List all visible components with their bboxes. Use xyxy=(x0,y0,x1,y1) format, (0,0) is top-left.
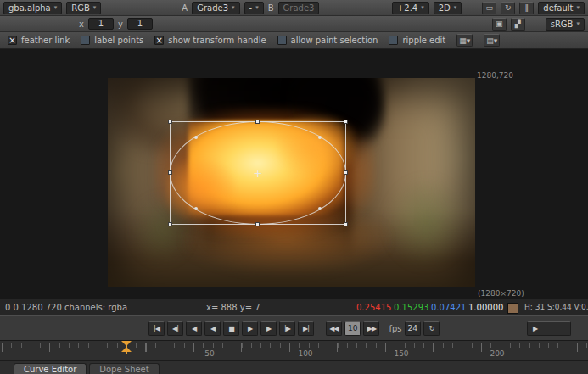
feather-link-checkbox[interactable]: × feather link xyxy=(8,36,70,45)
list-icon: ▤ xyxy=(486,36,494,45)
roi-button[interactable]: ▭ xyxy=(482,2,496,14)
loop-mode-button[interactable]: ↻ xyxy=(423,321,440,336)
roto-transform-box[interactable]: + xyxy=(170,121,346,225)
play-forward-button[interactable]: ▶ xyxy=(260,321,277,336)
chevron-down-icon: ▾ xyxy=(93,4,97,11)
wipe-checker-button[interactable]: ▞ xyxy=(511,18,525,31)
tab-dope-sheet[interactable]: Dope Sheet xyxy=(89,363,159,374)
grid-icon: ▦ xyxy=(459,36,467,45)
next-keyframe-button[interactable]: |▶ xyxy=(279,321,295,336)
format-channels-info: 0 0 1280 720 channels: rgba xyxy=(5,303,127,312)
viewer-toolbar-row1: gba.alpha ▾ RGB ▾ A Grade3 ▾ - ▾ B Grade… xyxy=(0,0,588,16)
chevron-down-icon: ▾ xyxy=(255,4,259,11)
frame-increment-field[interactable]: 10 xyxy=(344,321,361,336)
chevron-down-icon: ▾ xyxy=(467,36,471,45)
chevron-down-icon: ▾ xyxy=(576,4,580,11)
checkbox-unchecked-icon xyxy=(389,36,398,45)
refresh-icon: ↻ xyxy=(505,3,512,12)
roto-extra-button-1[interactable]: ▦ ▾ xyxy=(456,34,473,47)
flipbook-button[interactable]: ▶ xyxy=(527,321,571,336)
show-transform-handle-checkbox[interactable]: × show transform handle xyxy=(154,36,266,45)
proxy-x-label: x xyxy=(79,20,84,29)
status-bar: 0 0 1280 720 channels: rgba x= 888 y= 7 … xyxy=(0,299,588,315)
ellipse-point[interactable] xyxy=(194,207,198,210)
step-backward-button[interactable]: ◀ xyxy=(204,321,221,336)
colorspace-select[interactable]: sRGB ▾ xyxy=(546,18,585,31)
transform-center-crosshair[interactable]: + xyxy=(254,168,263,179)
fps-select[interactable]: 24 xyxy=(405,321,421,336)
fps-label: fps xyxy=(389,324,401,333)
ellipse-point[interactable] xyxy=(194,136,198,139)
transform-handle-bottom-mid[interactable] xyxy=(255,222,260,226)
channel-select-value: RGB xyxy=(71,3,90,13)
image-canvas[interactable]: + xyxy=(108,78,475,287)
tab-curve-editor[interactable]: Curve Editor xyxy=(14,363,87,374)
channel-select[interactable]: RGB ▾ xyxy=(66,2,101,14)
transform-handle-top-right[interactable] xyxy=(344,120,348,124)
stop-button[interactable]: ■ xyxy=(223,321,239,336)
timeline-frame-label: 100 xyxy=(298,349,312,358)
transform-handle-top-mid[interactable] xyxy=(255,120,260,124)
proxy-x-field[interactable]: 1 xyxy=(88,18,114,30)
transform-handle-top-left[interactable] xyxy=(168,120,172,124)
viewer-area[interactable]: + 1280,720 (1280×720) xyxy=(0,49,588,299)
input-a-select[interactable]: Grade3 ▾ xyxy=(192,2,239,14)
show-transform-handle-label: show transform handle xyxy=(168,36,266,45)
timeline-frame-label: 200 xyxy=(490,349,504,358)
timeline[interactable]: 50 100 150 200 xyxy=(0,340,588,360)
input-b-select[interactable]: Grade3 xyxy=(278,2,320,14)
bottom-panel-tabs: Curve Editor Dope Sheet xyxy=(0,360,588,374)
roto-extra-button-2[interactable]: ▤ ▾ xyxy=(484,34,500,47)
refresh-button[interactable]: ↻ xyxy=(501,2,515,14)
chevron-down-icon: ▾ xyxy=(576,20,580,27)
play-backward-button[interactable]: ◀ xyxy=(186,321,202,336)
previous-keyframe-button[interactable]: ◀| xyxy=(167,321,183,336)
gain-select[interactable]: +2.4 ▾ xyxy=(392,2,429,14)
skip-forward-button[interactable]: ▶▶ xyxy=(363,321,379,336)
last-frame-button[interactable]: ▶| xyxy=(298,321,314,336)
first-frame-button[interactable]: |◀ xyxy=(148,321,165,336)
chevron-down-icon: ▾ xyxy=(421,4,424,11)
skip-backward-button[interactable]: ◀◀ xyxy=(326,321,342,336)
transform-handle-bottom-right[interactable] xyxy=(344,222,348,226)
playhead-marker-top[interactable] xyxy=(121,341,132,346)
layer-select[interactable]: gba.alpha ▾ xyxy=(3,2,62,14)
label-points-label: label points xyxy=(94,36,143,45)
transform-handle-mid-right[interactable] xyxy=(344,170,348,175)
display-gamut-button[interactable]: ▣ xyxy=(492,18,507,31)
timeline-frame-label: 50 xyxy=(204,349,214,358)
playhead-marker-bottom[interactable] xyxy=(121,347,132,352)
transport-bar: |◀ ◀| ◀ ◀ ■ ▶ ▶ |▶ ▶| ◀◀ 10 ▶▶ fps 24 ↻ … xyxy=(0,315,588,340)
input-b-label: B xyxy=(268,3,274,13)
dimension-select[interactable]: 2D ▾ xyxy=(434,2,462,14)
allow-paint-selection-checkbox[interactable]: allow paint selection xyxy=(277,36,378,45)
feather-link-label: feather link xyxy=(21,36,70,45)
checkbox-unchecked-icon xyxy=(277,36,287,45)
format-label: (1280×720) xyxy=(478,289,524,298)
ab-blend-select[interactable]: - ▾ xyxy=(244,2,264,14)
ripple-edit-checkbox[interactable]: ripple edit xyxy=(389,36,445,45)
pause-button[interactable]: ‖ xyxy=(519,2,534,14)
pause-icon: ‖ xyxy=(525,3,529,12)
label-points-checkbox[interactable]: label points xyxy=(81,36,143,45)
transform-handle-mid-left[interactable] xyxy=(168,170,172,175)
roto-toolbar: × feather link label points × show trans… xyxy=(0,32,588,49)
input-a-value: Grade3 xyxy=(197,3,228,13)
loop-icon: ↻ xyxy=(429,325,434,332)
ab-blend-value: - xyxy=(249,3,253,13)
transform-handle-bottom-left[interactable] xyxy=(168,222,172,226)
proxy-y-label: y xyxy=(118,20,123,29)
display-icon: ▣ xyxy=(496,20,503,28)
checkbox-unchecked-icon xyxy=(81,36,90,45)
input-a-label: A xyxy=(182,3,188,13)
input-b-value: Grade3 xyxy=(283,3,315,13)
play-icon: ▶ xyxy=(533,325,538,332)
allow-paint-selection-label: allow paint selection xyxy=(291,36,378,45)
viewer-profile-select[interactable]: default ▾ xyxy=(538,2,585,14)
proxy-y-field[interactable]: 1 xyxy=(127,18,153,30)
pixel-color-swatch xyxy=(507,303,518,314)
ellipse-point[interactable] xyxy=(318,136,322,139)
step-forward-button[interactable]: ▶ xyxy=(242,321,258,336)
chevron-down-icon: ▾ xyxy=(494,36,498,45)
ellipse-point[interactable] xyxy=(318,207,322,210)
